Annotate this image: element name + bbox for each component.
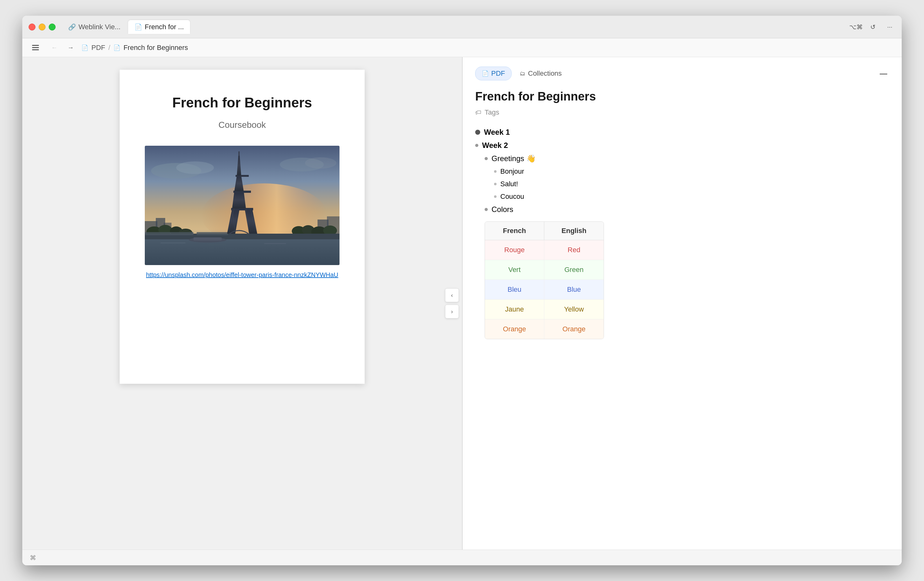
minimize-button[interactable] bbox=[39, 23, 46, 30]
titlebar: 🔗 Weblink Vie... 📄 French for ... ⌥⌘ ↺ ·… bbox=[22, 16, 902, 38]
tab-weblink[interactable]: 🔗 Weblink Vie... bbox=[62, 20, 127, 34]
pdf-breadcrumb-icon: 📄 bbox=[81, 44, 88, 51]
svg-point-8 bbox=[305, 157, 337, 168]
main-content: French for Beginners Coursebook bbox=[22, 57, 902, 550]
tags-row: 🏷 Tags bbox=[475, 108, 889, 117]
outline-coucou[interactable]: Coucou bbox=[475, 191, 889, 203]
colors-label: Colors bbox=[492, 205, 513, 214]
svg-rect-0 bbox=[32, 45, 39, 46]
outline-tab-bar: 📄 PDF 🗂 Collections — bbox=[475, 66, 889, 81]
tab-bar: 🔗 Weblink Vie... 📄 French for ... bbox=[62, 20, 850, 34]
titlebar-actions: ⌥⌘ ↺ ··· bbox=[850, 21, 896, 33]
forward-button[interactable]: → bbox=[65, 42, 76, 53]
breadcrumb-separator: / bbox=[108, 44, 110, 52]
table-header-english: English bbox=[544, 222, 604, 240]
pdf-subtitle: Coursebook bbox=[219, 120, 266, 130]
outline-week1[interactable]: Week 1 bbox=[475, 126, 889, 139]
table-header: French English bbox=[485, 222, 604, 240]
coucou-label: Coucou bbox=[500, 193, 524, 201]
share-button[interactable]: ⌥⌘ bbox=[850, 21, 861, 33]
unsplash-link[interactable]: https://unsplash.com/photos/eiffel-tower… bbox=[146, 271, 338, 279]
back-button[interactable]: ← bbox=[49, 42, 60, 53]
doc-breadcrumb-icon: 📄 bbox=[113, 44, 120, 51]
breadcrumb-current: French for Beginners bbox=[124, 44, 188, 52]
svg-rect-29 bbox=[193, 238, 222, 241]
svg-rect-30 bbox=[145, 232, 193, 235]
bonjour-bullet bbox=[494, 170, 497, 173]
week2-label: Week 2 bbox=[482, 141, 508, 150]
cell-bleu-english: Blue bbox=[544, 280, 604, 299]
svg-rect-24 bbox=[160, 243, 186, 243]
svg-rect-27 bbox=[295, 246, 311, 246]
table-header-french: French bbox=[485, 222, 544, 240]
bonjour-label: Bonjour bbox=[500, 167, 524, 175]
greetings-bullet bbox=[485, 157, 488, 160]
more-button[interactable]: ··· bbox=[884, 21, 896, 33]
coucou-bullet bbox=[494, 195, 497, 198]
svg-rect-1 bbox=[32, 47, 39, 48]
sidebar-toggle-button[interactable] bbox=[30, 42, 41, 53]
main-window: 🔗 Weblink Vie... 📄 French for ... ⌥⌘ ↺ ·… bbox=[22, 16, 902, 565]
cmd-icon: ⌘ bbox=[30, 554, 36, 561]
cell-vert-english: Green bbox=[544, 260, 604, 279]
statusbar: ⌘ bbox=[22, 550, 902, 565]
refresh-button[interactable]: ↺ bbox=[867, 21, 878, 33]
navbar: ← → 📄 PDF / 📄 French for Beginners bbox=[22, 38, 902, 57]
close-button[interactable] bbox=[28, 23, 35, 30]
table-row-vert: Vert Green bbox=[485, 260, 604, 280]
tab-french-label: French for ... bbox=[145, 23, 184, 31]
outline-doc-title: French for Beginners bbox=[475, 90, 889, 103]
salut-label: Salut! bbox=[500, 180, 518, 188]
outline-bonjour[interactable]: Bonjour bbox=[475, 165, 889, 177]
collections-tab-icon: 🗂 bbox=[520, 70, 525, 77]
outline-salut[interactable]: Salut! bbox=[475, 178, 889, 190]
collections-tab-label: Collections bbox=[528, 69, 562, 78]
breadcrumb-pdf[interactable]: PDF bbox=[91, 44, 105, 52]
cell-jaune-english: Yellow bbox=[544, 300, 604, 319]
week1-label: Week 1 bbox=[484, 128, 510, 137]
pdf-title: French for Beginners bbox=[172, 95, 312, 111]
table-row-jaune: Jaune Yellow bbox=[485, 300, 604, 319]
outline-colors[interactable]: Colors bbox=[475, 203, 889, 216]
maximize-button[interactable] bbox=[49, 23, 56, 30]
eiffel-tower-image bbox=[145, 146, 340, 265]
cell-orange-french: Orange bbox=[485, 319, 544, 339]
prev-page-button[interactable]: ‹ bbox=[445, 288, 459, 302]
outline-list: Week 1 Week 2 Greetings 👋 Bonjour bbox=[475, 126, 889, 339]
tab-french[interactable]: 📄 French for ... bbox=[128, 20, 190, 34]
traffic-lights bbox=[28, 23, 56, 30]
colors-table: French English Rouge Red Vert Green Bleu… bbox=[485, 221, 604, 339]
page-nav-arrows: ‹ › bbox=[445, 288, 459, 319]
tab-pdf[interactable]: 📄 PDF bbox=[475, 66, 512, 81]
greetings-label: Greetings 👋 bbox=[492, 154, 536, 163]
cell-rouge-french: Rouge bbox=[485, 240, 544, 260]
week2-bullet bbox=[475, 144, 478, 147]
cell-vert-french: Vert bbox=[485, 260, 544, 279]
pdf-tab-icon: 📄 bbox=[482, 70, 489, 77]
salut-bullet bbox=[494, 183, 497, 185]
outline-pane: 📄 PDF 🗂 Collections — French for Beginne… bbox=[463, 57, 902, 550]
colors-bullet bbox=[485, 208, 488, 211]
outline-week2[interactable]: Week 2 bbox=[475, 139, 889, 152]
table-row-rouge: Rouge Red bbox=[485, 240, 604, 260]
svg-rect-25 bbox=[208, 245, 226, 245]
cell-rouge-english: Red bbox=[544, 240, 604, 260]
outline-greetings[interactable]: Greetings 👋 bbox=[475, 152, 889, 165]
tab-weblink-label: Weblink Vie... bbox=[79, 23, 120, 31]
table-row-orange: Orange Orange bbox=[485, 319, 604, 339]
tab-collections[interactable]: 🗂 Collections bbox=[513, 67, 568, 80]
cell-bleu-french: Bleu bbox=[485, 280, 544, 299]
weblink-tab-icon: 🔗 bbox=[68, 23, 76, 31]
cell-orange-english: Orange bbox=[544, 319, 604, 339]
svg-rect-31 bbox=[196, 232, 228, 235]
svg-rect-26 bbox=[264, 243, 286, 244]
pdf-page: French for Beginners Coursebook bbox=[120, 70, 365, 384]
cell-jaune-french: Jaune bbox=[485, 300, 544, 319]
svg-rect-40 bbox=[238, 151, 240, 156]
next-page-button[interactable]: › bbox=[445, 305, 459, 319]
collapse-button[interactable]: — bbox=[878, 68, 889, 79]
pdf-pane: French for Beginners Coursebook bbox=[22, 57, 462, 550]
breadcrumb: 📄 PDF / 📄 French for Beginners bbox=[81, 44, 188, 52]
svg-marker-35 bbox=[232, 191, 246, 208]
week1-bullet bbox=[475, 130, 480, 135]
